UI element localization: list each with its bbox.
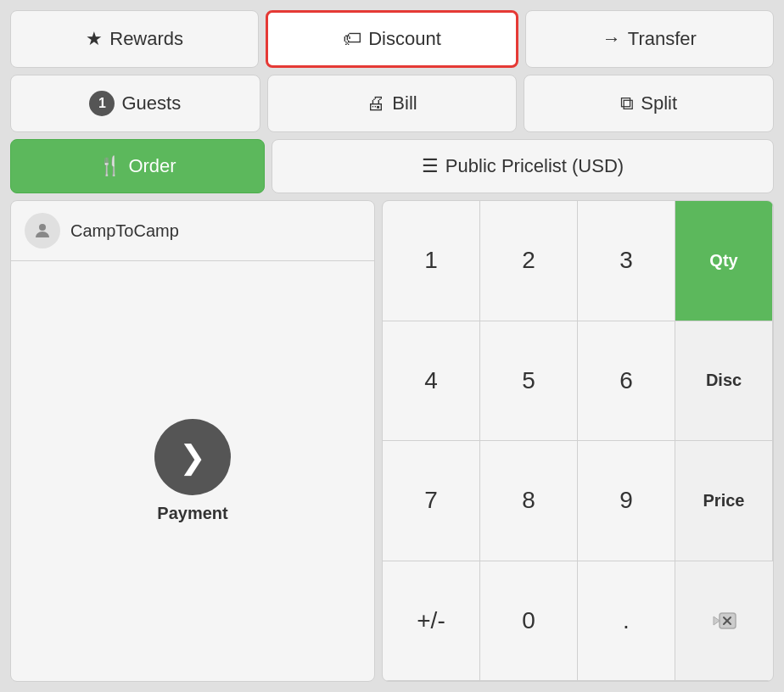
pricelist-icon: ☰ [422, 155, 439, 177]
bill-icon: 🖨 [367, 92, 385, 114]
numpad-7[interactable]: 7 [383, 441, 480, 561]
row-actions: ★ Rewards 🏷 Discount → Transfer [10, 10, 774, 68]
pricelist-label: Public Pricelist (USD) [445, 155, 624, 177]
transfer-button[interactable]: → Transfer [525, 10, 774, 68]
payment-button[interactable]: ❯ [154, 419, 231, 495]
numpad-6[interactable]: 6 [578, 321, 675, 442]
order-icon: 🍴 [98, 155, 121, 177]
numpad-0[interactable]: 0 [480, 561, 578, 682]
transfer-icon: → [602, 28, 621, 50]
rewards-button[interactable]: ★ Rewards [10, 10, 259, 68]
payment-area: ❯ Payment [11, 261, 374, 681]
numpad-dot[interactable]: . [578, 561, 675, 682]
numpad-price[interactable]: Price [675, 441, 773, 561]
rewards-label: Rewards [109, 28, 183, 50]
numpad-2[interactable]: 2 [480, 201, 578, 321]
transfer-label: Transfer [628, 28, 697, 50]
numpad-1[interactable]: 1 [383, 201, 480, 321]
row-guests-bill-split: 1 Guests 🖨 Bill ⧉ Split [10, 75, 774, 132]
rewards-icon: ★ [86, 28, 103, 50]
order-button[interactable]: 🍴 Order [10, 139, 265, 193]
discount-icon: 🏷 [343, 28, 361, 50]
customer-row: CampToCamp [11, 201, 374, 261]
numpad-4[interactable]: 4 [383, 321, 480, 442]
svg-marker-4 [714, 617, 720, 625]
bill-label: Bill [392, 92, 417, 114]
numpad-9[interactable]: 9 [578, 441, 675, 561]
pos-container: ★ Rewards 🏷 Discount → Transfer 1 Guests… [0, 0, 784, 692]
payment-chevron-icon: ❯ [179, 438, 206, 476]
split-label: Split [641, 92, 677, 114]
discount-label: Discount [368, 28, 441, 50]
discount-button[interactable]: 🏷 Discount [266, 10, 518, 68]
row-order-pricelist: 🍴 Order ☰ Public Pricelist (USD) [10, 139, 774, 193]
numpad-grid: 1 2 3 Qty 4 5 6 Disc 7 8 9 Price +/- 0 . [382, 200, 774, 682]
numpad-5[interactable]: 5 [480, 321, 578, 442]
numpad-area: CampToCamp ❯ Payment 1 2 3 Qty 4 5 6 Dis… [10, 200, 774, 682]
svg-point-0 [39, 224, 46, 231]
order-label: Order [128, 155, 176, 177]
numpad-plusminus[interactable]: +/- [383, 561, 480, 682]
numpad-qty[interactable]: Qty [675, 201, 773, 321]
customer-avatar [25, 213, 60, 248]
numpad-disc[interactable]: Disc [675, 321, 773, 442]
customer-name: CampToCamp [70, 221, 179, 241]
bill-button[interactable]: 🖨 Bill [267, 75, 518, 132]
split-button[interactable]: ⧉ Split [524, 75, 774, 132]
pricelist-button[interactable]: ☰ Public Pricelist (USD) [272, 139, 774, 193]
guest-count-badge: 1 [89, 91, 115, 116]
guests-label: Guests [121, 92, 181, 114]
split-icon: ⧉ [620, 92, 634, 114]
payment-label: Payment [157, 504, 227, 523]
numpad-backspace[interactable] [675, 561, 773, 682]
left-panel: CampToCamp ❯ Payment [10, 200, 375, 682]
numpad-8[interactable]: 8 [480, 441, 578, 561]
numpad-3[interactable]: 3 [578, 201, 675, 321]
guests-button[interactable]: 1 Guests [10, 75, 260, 132]
